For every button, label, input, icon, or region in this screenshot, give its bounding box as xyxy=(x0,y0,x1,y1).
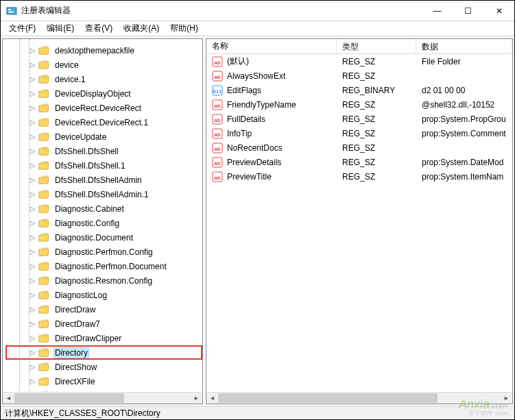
tree-node[interactable]: ▷device xyxy=(5,58,202,72)
expand-icon[interactable]: ▷ xyxy=(29,262,37,271)
menu-edit[interactable]: 编辑(E) xyxy=(41,21,80,36)
expand-icon[interactable]: ▷ xyxy=(29,47,37,55)
tree-node-label: Diagnostic.Config xyxy=(53,218,121,229)
tree-pane[interactable]: ▷desktopthemepackfile▷device▷device.1▷De… xyxy=(2,38,203,404)
menu-fav[interactable]: 收藏夹(A) xyxy=(118,21,165,36)
tree-node[interactable]: ▷Diagnostic.Perfmon.Config xyxy=(5,245,202,259)
tree-node-label: Diagnostic.Cabinet xyxy=(53,203,125,214)
value-data: prop:System.ItemNam xyxy=(416,172,512,182)
value-type: REG_SZ xyxy=(337,100,416,110)
svg-text:011: 011 xyxy=(213,88,222,95)
scroll-track[interactable] xyxy=(218,393,501,404)
folder-icon xyxy=(38,276,49,286)
tree-node[interactable]: ▷desktopthemepackfile xyxy=(5,43,202,58)
expand-icon[interactable]: ▷ xyxy=(29,133,37,141)
minimize-button[interactable]: — xyxy=(422,1,453,21)
expand-icon[interactable]: ▷ xyxy=(29,75,37,84)
tree-node[interactable]: ▷DfsShell.DfsShellAdmin xyxy=(5,173,202,187)
string-value-icon: ab xyxy=(212,56,223,67)
svg-rect-2 xyxy=(8,11,14,12)
value-type: REG_SZ xyxy=(337,158,416,167)
expand-icon[interactable]: ▷ xyxy=(29,205,37,213)
horizontal-scrollbar[interactable]: ◄ ► xyxy=(206,392,512,404)
list-row[interactable]: abInfoTipREG_SZprop:System.Comment xyxy=(206,126,512,140)
expand-icon[interactable]: ▷ xyxy=(29,378,37,386)
tree-node[interactable]: ▷Directory xyxy=(5,345,202,360)
list-row[interactable]: 011EditFlagsREG_BINARYd2 01 00 00 xyxy=(206,83,512,97)
expand-icon[interactable]: ▷ xyxy=(29,277,37,285)
tree-node[interactable]: ▷DiagnosticLog xyxy=(5,288,202,302)
tree-node[interactable]: ▷Diagnostic.Cabinet xyxy=(5,201,202,216)
scroll-thumb[interactable] xyxy=(14,393,124,403)
tree-node[interactable]: ▷DeviceDisplayObject xyxy=(5,86,202,101)
list-row[interactable]: ab(默认)REG_SZFile Folder xyxy=(206,54,512,69)
expand-icon[interactable]: ▷ xyxy=(29,320,37,328)
expand-icon[interactable]: ▷ xyxy=(29,147,37,156)
scroll-left-button[interactable]: ◄ xyxy=(3,393,14,404)
menu-help[interactable]: 帮助(H) xyxy=(165,21,204,36)
list-pane[interactable]: 名称 类型 数据 ab(默认)REG_SZFile FolderabAlways… xyxy=(206,38,513,404)
folder-icon xyxy=(38,362,49,372)
column-header-type[interactable]: 类型 xyxy=(337,39,416,53)
tree-node[interactable]: ▷Diagnostic.Resmon.Config xyxy=(5,273,202,288)
tree-node[interactable]: ▷DirectDraw xyxy=(5,302,202,317)
expand-icon[interactable]: ▷ xyxy=(29,248,37,256)
tree-node[interactable]: ▷DirectXFile xyxy=(5,374,202,388)
expand-icon[interactable]: ▷ xyxy=(29,176,37,184)
scroll-right-button[interactable]: ► xyxy=(191,393,202,404)
tree-node[interactable]: ▷Diagnostic.Perfmon.Document xyxy=(5,259,202,273)
expand-icon[interactable]: ▷ xyxy=(29,90,37,98)
tree-node[interactable]: ▷DirectDrawClipper xyxy=(5,331,202,345)
tree-node[interactable]: ▷DirectDraw7 xyxy=(5,317,202,331)
expand-icon[interactable]: ▷ xyxy=(29,291,37,299)
tree-node[interactable]: ▷DfsShell.DfsShell xyxy=(5,144,202,158)
expand-icon[interactable]: ▷ xyxy=(29,162,37,170)
expand-icon[interactable]: ▷ xyxy=(29,104,37,112)
tree-node[interactable]: ▷DeviceRect.DeviceRect.1 xyxy=(5,115,202,129)
value-type: REG_SZ xyxy=(337,71,416,81)
expand-icon[interactable]: ▷ xyxy=(29,61,37,69)
expand-icon[interactable]: ▷ xyxy=(29,349,37,357)
expand-icon[interactable]: ▷ xyxy=(29,334,37,343)
list-row[interactable]: abAlwaysShowExtREG_SZ xyxy=(206,69,512,83)
maximize-button[interactable]: ☐ xyxy=(453,1,483,21)
tree-node[interactable]: ▷device.1 xyxy=(5,72,202,86)
svg-text:ab: ab xyxy=(214,175,220,181)
tree-node[interactable]: ▷Diagnostic.Document xyxy=(5,230,202,245)
horizontal-scrollbar[interactable]: ◄ ► xyxy=(3,392,202,404)
value-name: EditFlags xyxy=(227,86,261,95)
menu-file[interactable]: 文件(F) xyxy=(3,21,41,36)
column-header-name[interactable]: 名称 xyxy=(206,39,337,53)
expand-icon[interactable]: ▷ xyxy=(29,234,37,242)
scroll-left-button[interactable]: ◄ xyxy=(206,393,218,404)
status-path: 计算机\HKEY_CLASSES_ROOT\Directory xyxy=(5,408,160,418)
scroll-thumb[interactable] xyxy=(218,393,438,403)
expand-icon[interactable]: ▷ xyxy=(29,219,37,227)
list-row[interactable]: abNoRecentDocsREG_SZ xyxy=(206,140,512,155)
value-type: REG_SZ xyxy=(337,129,416,138)
list-row[interactable]: abFriendlyTypeNameREG_SZ@shell32.dll,-10… xyxy=(206,97,512,112)
tree-node[interactable]: ▷DirectShow xyxy=(5,360,202,374)
expand-icon[interactable]: ▷ xyxy=(29,190,37,199)
svg-text:ab: ab xyxy=(214,132,220,138)
list-row[interactable]: abFullDetailsREG_SZprop:System.PropGrou xyxy=(206,112,512,126)
tree-node[interactable]: ▷Diagnostic.Config xyxy=(5,216,202,230)
list-row[interactable]: abPreviewDetailsREG_SZprop:System.DateMo… xyxy=(206,155,512,169)
value-name: NoRecentDocs xyxy=(227,143,283,153)
folder-icon xyxy=(38,348,49,358)
tree-node-label: DeviceRect.DeviceRect xyxy=(53,103,143,114)
list-row[interactable]: abPreviewTitleREG_SZprop:System.ItemNam xyxy=(206,169,512,184)
close-button[interactable]: ✕ xyxy=(483,1,514,21)
expand-icon[interactable]: ▷ xyxy=(29,119,37,127)
scroll-track[interactable] xyxy=(14,393,191,404)
menu-view[interactable]: 查看(V) xyxy=(80,21,118,36)
svg-rect-1 xyxy=(8,9,11,10)
expand-icon[interactable]: ▷ xyxy=(29,306,37,314)
scroll-right-button[interactable]: ► xyxy=(501,393,512,404)
tree-node[interactable]: ▷DfsShell.DfsShellAdmin.1 xyxy=(5,187,202,201)
tree-node[interactable]: ▷DfsShell.DfsShell.1 xyxy=(5,158,202,173)
tree-node[interactable]: ▷DeviceRect.DeviceRect xyxy=(5,101,202,115)
tree-node[interactable]: ▷DeviceUpdate xyxy=(5,129,202,144)
column-header-data[interactable]: 数据 xyxy=(416,39,512,53)
expand-icon[interactable]: ▷ xyxy=(29,363,37,371)
